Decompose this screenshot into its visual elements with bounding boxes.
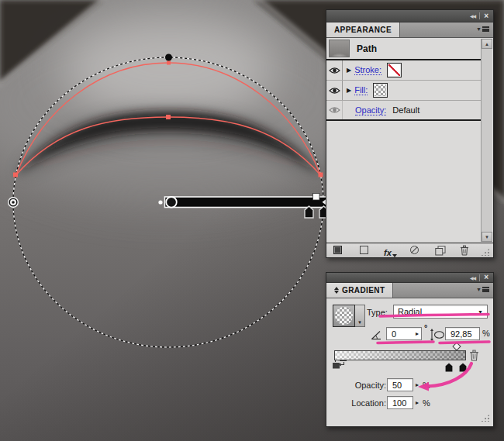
panel-menu-arrow-icon: ▼ [476,286,482,293]
stroke-visibility-cell[interactable] [326,60,343,80]
gradient-swatch-dropdown[interactable]: ▼ [355,305,365,327]
stop-location-value: 100 [388,398,406,408]
location-spinner-icon[interactable]: ▸ [416,399,419,406]
opacity-spinner-icon[interactable]: ▸ [416,381,419,388]
opacity-value: Default [392,105,419,115]
fill-row[interactable]: ▶ Fill: [326,81,481,101]
disclosure-triangle-icon[interactable]: ▶ [347,87,351,94]
trash-icon [460,245,469,256]
appearance-item-label: Path [357,43,377,54]
tab-appearance[interactable]: APPEARANCE [326,22,400,37]
opacity-visibility-cell[interactable] [326,101,343,119]
gradient-annotator-bar[interactable] [165,197,334,208]
scroll-up-button[interactable]: ▲ [482,39,492,49]
duplicate-item-button[interactable] [435,246,446,256]
appearance-footer: fx [326,243,493,257]
stroke-none-swatch[interactable] [387,63,402,78]
type-select[interactable]: Radial ▼ [393,305,488,319]
scroll-down-icon: ▼ [485,235,489,239]
gradient-swatch-thumbnail[interactable] [333,305,355,327]
gradient-origin-handle[interactable] [8,197,19,208]
stop-opacity-label: Opacity: [350,381,386,390]
path-thumbnail [329,40,350,57]
gradient-panel: ◀◀ × GRADIENT ▼ ▼ Type: Radial [326,272,494,427]
dome-glow-bright [59,16,279,121]
close-panel-icon[interactable]: × [484,274,488,281]
anchor-left[interactable] [13,173,18,177]
delete-item-button[interactable] [460,245,469,256]
stop-location-field[interactable]: 100 [387,396,413,409]
stop-location-label: Location: [347,398,386,408]
anchor-middle[interactable] [166,115,171,119]
stroke-row[interactable]: ▶ Stroke: [326,60,481,81]
panel-resize-grip[interactable] [481,248,490,256]
stroke-link[interactable]: Stroke: [354,65,381,75]
eye-icon [329,106,340,114]
gradient-titlebar: ◀◀ × [326,273,493,283]
titlebar-separator [479,12,480,19]
appearance-content: Path ▶ Stroke: [326,38,493,243]
panel-menu-lines-icon [482,26,489,32]
titlebar-separator [479,274,480,281]
collapse-toggle-icon [334,287,339,294]
appearance-titlebar: ◀◀ × [326,10,493,22]
gradient-slider[interactable] [334,350,466,360]
location-percent-unit: % [423,398,430,408]
angle-value: 0 [387,329,396,339]
panel-menu-icon[interactable]: ▼ [476,286,489,293]
aspect-ratio-value: 92,85 [446,329,472,339]
tab-gradient-label: GRADIENT [342,286,385,295]
selected-anchor-point[interactable] [165,54,172,61]
opacity-link[interactable]: Opacity: [355,105,386,115]
fill-visibility-cell[interactable] [326,81,343,100]
gradient-tabrow: GRADIENT ▼ [326,283,493,298]
add-new-effect-button[interactable]: fx [384,245,397,259]
type-select-value: Radial [394,307,422,316]
delete-stop-button[interactable] [469,350,479,361]
appearance-tabrow: APPEARANCE ▼ [326,22,493,38]
aspect-percent-unit: % [482,329,490,338]
anchor-right[interactable] [319,173,323,177]
scroll-up-icon: ▲ [485,42,489,47]
trash-icon [469,350,479,361]
fx-dropdown-icon [392,254,397,257]
panel-menu-icon[interactable]: ▼ [476,26,489,33]
add-new-stroke-button[interactable] [333,246,342,254]
dropdown-arrow-icon: ▼ [474,309,487,315]
gradient-stop-1[interactable] [444,362,454,373]
fill-link[interactable]: Fill: [354,85,368,95]
fx-icon: fx [384,248,392,257]
panel-resize-grip[interactable] [481,414,490,422]
appearance-scrollbar[interactable]: ▲ ▼ [481,39,492,242]
scroll-down-button[interactable]: ▼ [482,232,492,242]
tab-gradient[interactable]: GRADIENT [326,283,393,298]
anchor-top[interactable] [167,61,171,65]
opacity-percent-unit: % [423,381,430,390]
collapse-panel-icon[interactable]: ◀◀ [470,13,475,19]
angle-spinner-icon[interactable]: ▸ [416,330,421,337]
gradient-stop-2[interactable] [458,362,468,373]
type-label: Type: [367,308,388,317]
panel-menu-arrow-icon: ▼ [476,26,482,33]
stop-opacity-value: 50 [388,381,402,390]
opacity-row[interactable]: Opacity: Default [326,101,481,121]
aspect-ratio-field[interactable]: 92,85 [445,327,480,340]
clear-appearance-button[interactable] [410,246,419,254]
appearance-item-row[interactable]: Path [326,38,481,60]
disclosure-triangle-icon[interactable]: ▶ [347,67,351,74]
collapse-panel-icon[interactable]: ◀◀ [470,275,475,281]
close-panel-icon[interactable]: × [484,12,488,20]
angle-field[interactable]: 0 ▸ [386,327,422,340]
gradient-aspect-handle[interactable] [313,194,320,201]
eye-icon [329,67,340,74]
gradient-annotator-origin-dot[interactable] [158,200,162,204]
stop-opacity-field[interactable]: 50 [387,378,413,391]
fill-transparent-swatch[interactable] [373,83,388,98]
add-new-fill-button[interactable] [360,246,368,254]
angle-icon [371,329,381,340]
tab-appearance-label: APPEARANCE [334,26,392,34]
gradient-midpoint-marker[interactable] [452,342,461,350]
aspect-ratio-icon [430,329,445,341]
gradient-start-handle[interactable] [166,197,177,208]
panel-menu-lines-icon [482,287,489,292]
